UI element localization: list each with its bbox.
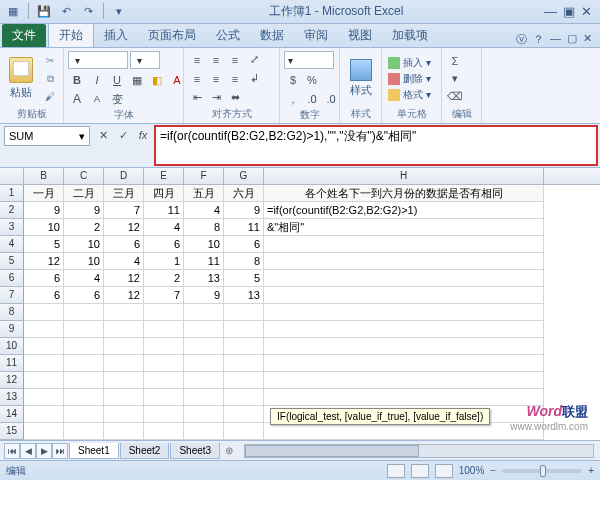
cell[interactable] [224,304,264,321]
format-painter-icon[interactable]: 🖌 [41,89,59,105]
cell[interactable]: 6 [64,287,104,304]
cell[interactable] [264,287,544,304]
cell[interactable]: 6 [24,270,64,287]
cell[interactable] [184,372,224,389]
bold-icon[interactable]: B [68,72,86,88]
font-name-combo[interactable]: ▾ [68,51,128,69]
cell[interactable] [144,355,184,372]
cell[interactable]: 六月 [224,185,264,202]
ribbon-options-icon[interactable]: — [550,32,561,47]
cell[interactable] [264,304,544,321]
font-size-combo[interactable]: ▾ [130,51,160,69]
cut-icon[interactable]: ✂ [41,53,59,69]
cell[interactable] [24,372,64,389]
align-middle-icon[interactable]: ≡ [207,52,225,68]
cancel-formula-icon[interactable]: ✕ [94,126,112,144]
tab-formulas[interactable]: 公式 [206,24,250,47]
help-icon[interactable]: ？ [533,32,544,47]
cell[interactable] [184,406,224,423]
cell[interactable] [64,423,104,440]
cell[interactable]: 11 [224,219,264,236]
cell[interactable] [224,321,264,338]
wrap-text-icon[interactable]: ↲ [245,71,263,87]
border-icon[interactable]: ▦ [128,72,146,88]
cell[interactable]: 五月 [184,185,224,202]
cell[interactable]: 12 [104,270,144,287]
row-header[interactable]: 15 [0,423,24,440]
col-header[interactable]: F [184,168,224,184]
cell[interactable]: 4 [104,253,144,270]
cell[interactable] [224,338,264,355]
cell[interactable]: 三月 [104,185,144,202]
cell[interactable]: 一月 [24,185,64,202]
cell[interactable] [64,389,104,406]
select-all-button[interactable] [0,168,24,184]
accounting-icon[interactable]: $ [284,72,302,88]
tab-view[interactable]: 视图 [338,24,382,47]
cell[interactable] [184,338,224,355]
cell[interactable]: 10 [24,219,64,236]
cell[interactable] [24,423,64,440]
next-sheet-icon[interactable]: ▶ [36,443,52,459]
cell[interactable]: 8 [184,219,224,236]
tab-pagelayout[interactable]: 页面布局 [138,24,206,47]
cell[interactable]: 四月 [144,185,184,202]
cell[interactable]: 7 [104,202,144,219]
tab-review[interactable]: 审阅 [294,24,338,47]
grow-font-icon[interactable]: A [68,91,86,107]
col-header[interactable]: B [24,168,64,184]
cell[interactable]: 12 [104,219,144,236]
last-sheet-icon[interactable]: ⏭ [52,443,68,459]
restore-icon[interactable]: ▣ [563,4,575,19]
save-icon[interactable]: 💾 [35,3,53,21]
comma-icon[interactable]: , [284,91,302,107]
row-header[interactable]: 14 [0,406,24,423]
prev-sheet-icon[interactable]: ◀ [20,443,36,459]
ribbon-close-icon[interactable]: ▢ [567,32,577,47]
page-layout-view-icon[interactable] [411,464,429,478]
row-header[interactable]: 11 [0,355,24,372]
clear-icon[interactable]: ⌫ [446,89,464,105]
cell[interactable] [104,321,144,338]
cell[interactable]: 5 [24,236,64,253]
cell[interactable] [264,338,544,355]
phonetic-icon[interactable]: 变 [108,91,126,107]
cell[interactable] [264,270,544,287]
cell[interactable] [104,304,144,321]
row-header[interactable]: 6 [0,270,24,287]
increase-decimal-icon[interactable]: .0 [303,91,321,107]
cell[interactable] [224,389,264,406]
cell[interactable]: 1 [144,253,184,270]
copy-icon[interactable]: ⧉ [41,71,59,87]
cell[interactable] [64,372,104,389]
cell[interactable] [144,372,184,389]
styles-button[interactable]: 样式 [344,53,377,105]
fill-color-icon[interactable]: ◧ [148,72,166,88]
cell[interactable]: 9 [224,202,264,219]
insert-cells-button[interactable]: 插入▾ [386,56,433,70]
cell[interactable]: 2 [144,270,184,287]
cell[interactable] [24,406,64,423]
italic-icon[interactable]: I [88,72,106,88]
fill-icon[interactable]: ▾ [446,71,464,87]
col-header[interactable]: D [104,168,144,184]
align-left-icon[interactable]: ≡ [188,71,206,87]
page-break-view-icon[interactable] [435,464,453,478]
cell[interactable] [104,406,144,423]
cell[interactable] [264,236,544,253]
zoom-out-icon[interactable]: − [490,465,496,476]
cell[interactable]: 6 [144,236,184,253]
tab-insert[interactable]: 插入 [94,24,138,47]
cell[interactable] [144,321,184,338]
increase-indent-icon[interactable]: ⇥ [207,90,225,106]
cell[interactable]: 13 [224,287,264,304]
delete-cells-button[interactable]: 删除▾ [386,72,433,86]
shrink-font-icon[interactable]: A [88,91,106,107]
col-header[interactable]: C [64,168,104,184]
cell[interactable]: 8 [224,253,264,270]
format-cells-button[interactable]: 格式▾ [386,88,433,102]
row-header[interactable]: 7 [0,287,24,304]
align-top-icon[interactable]: ≡ [188,52,206,68]
cell[interactable]: 4 [144,219,184,236]
cell[interactable] [104,423,144,440]
